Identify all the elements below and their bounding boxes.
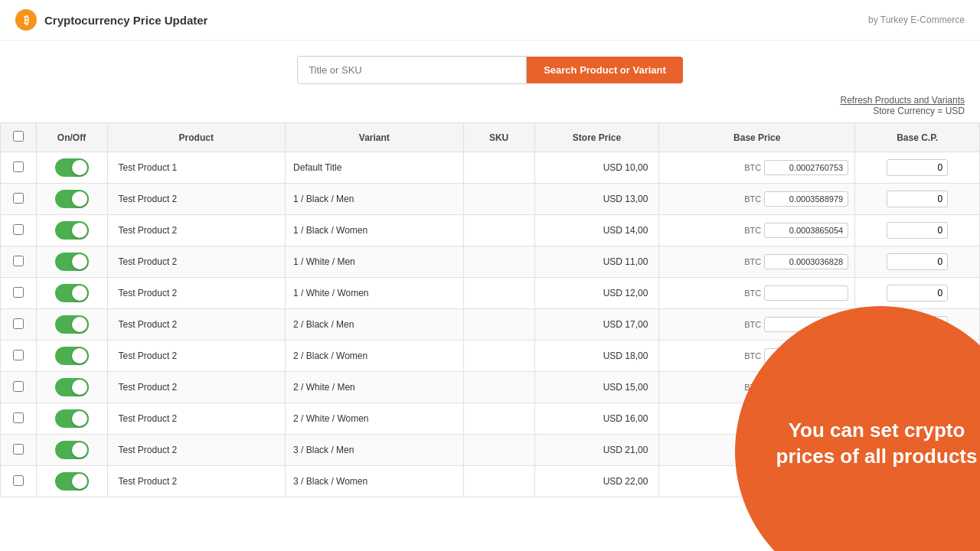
row-base-price-cell: BTC <box>659 341 855 372</box>
row-sku <box>463 309 534 341</box>
row-toggle-cell <box>36 466 107 497</box>
table-row: Test Product 2 3 / Black / Women USD 22,… <box>1 466 980 497</box>
row-btc-value-input[interactable] <box>764 254 848 269</box>
refresh-link[interactable]: Refresh Products and Variants <box>840 95 965 106</box>
row-variant: 3 / Black / Men <box>286 435 464 466</box>
row-checkbox[interactable] <box>13 350 24 360</box>
row-checkbox[interactable] <box>13 318 24 329</box>
row-btc-value-input[interactable] <box>764 160 848 175</box>
table-body: Test Product 1 Default Title USD 10,00 B… <box>1 152 980 497</box>
row-product: Test Product 1 <box>107 152 286 184</box>
row-base-cp-input[interactable] <box>887 410 948 427</box>
row-base-price-cell: BTC <box>659 152 855 184</box>
row-checkbox[interactable] <box>13 412 24 423</box>
row-toggle[interactable] <box>55 158 89 177</box>
select-all-checkbox[interactable] <box>13 131 24 142</box>
row-checkbox[interactable] <box>13 256 24 266</box>
row-variant: Default Title <box>286 152 464 184</box>
row-toggle[interactable] <box>55 284 89 302</box>
row-btc-value-input[interactable] <box>764 442 848 458</box>
row-base-price-cell: BTC <box>659 466 855 497</box>
row-checkbox[interactable] <box>13 475 24 486</box>
row-checkbox[interactable] <box>13 381 24 392</box>
row-btc-label: BTC <box>744 351 761 360</box>
row-btc-value-input[interactable] <box>764 317 848 332</box>
row-base-price-cell: BTC <box>659 372 855 403</box>
row-base-cp-input[interactable] <box>887 316 948 333</box>
row-checkbox[interactable] <box>13 224 24 235</box>
table-row: Test Product 1 Default Title USD 10,00 B… <box>1 152 980 184</box>
app-title: Cryptocurrency Price Updater <box>44 14 207 27</box>
header-product: Product <box>107 123 286 152</box>
row-base-cp-input[interactable] <box>887 379 948 396</box>
row-base-cp-cell <box>855 466 980 497</box>
row-sku <box>463 215 534 246</box>
row-btc-value-input[interactable] <box>764 223 848 238</box>
row-toggle-cell <box>36 341 107 372</box>
row-base-cp-input[interactable] <box>887 285 948 302</box>
row-sku <box>463 435 534 466</box>
row-checkbox-cell <box>1 341 37 372</box>
search-input[interactable] <box>297 56 527 84</box>
row-toggle-cell <box>36 309 107 341</box>
row-toggle[interactable] <box>55 315 89 334</box>
row-toggle[interactable] <box>55 441 89 459</box>
row-toggle[interactable] <box>55 347 89 365</box>
row-base-cp-input[interactable] <box>887 347 948 364</box>
row-checkbox-cell <box>1 278 37 309</box>
row-store-price: USD 15,00 <box>534 372 659 403</box>
row-btc-label: BTC <box>744 477 761 486</box>
row-btc-label: BTC <box>744 289 761 298</box>
row-checkbox[interactable] <box>13 161 24 172</box>
row-toggle[interactable] <box>55 221 89 240</box>
header-byline: by Turkey E-Commerce <box>868 15 965 25</box>
row-sku <box>463 403 534 435</box>
row-checkbox-cell <box>1 215 37 246</box>
refresh-area: Refresh Products and Variants Store Curr… <box>0 92 980 122</box>
row-store-price: USD 22,00 <box>534 466 659 497</box>
row-btc-value-input[interactable] <box>764 411 848 426</box>
row-base-price-cell: BTC <box>659 309 855 341</box>
row-variant: 2 / Black / Men <box>286 309 464 341</box>
row-toggle[interactable] <box>55 190 89 208</box>
table-row: Test Product 2 2 / White / Men USD 15,00… <box>1 372 980 403</box>
products-table-wrapper: On/Off Product Variant SKU Store Price B… <box>0 122 980 497</box>
row-toggle[interactable] <box>55 472 89 491</box>
row-btc-label: BTC <box>744 163 761 172</box>
row-base-cp-cell <box>855 152 980 184</box>
row-checkbox[interactable] <box>13 193 24 204</box>
row-base-cp-input[interactable] <box>887 442 948 458</box>
row-btc-value-input[interactable] <box>764 191 848 207</box>
row-base-cp-input[interactable] <box>887 222 948 239</box>
row-toggle[interactable] <box>55 409 89 428</box>
row-checkbox[interactable] <box>13 444 24 455</box>
row-base-cp-input[interactable] <box>887 473 948 490</box>
row-toggle[interactable] <box>55 378 89 396</box>
row-base-cp-input[interactable] <box>887 253 948 270</box>
row-toggle-cell <box>36 184 107 215</box>
row-checkbox[interactable] <box>13 287 24 298</box>
row-product: Test Product 2 <box>107 435 286 466</box>
header-store-price: Store Price <box>534 123 659 152</box>
row-store-price: USD 12,00 <box>534 278 659 309</box>
row-btc-label: BTC <box>744 257 761 266</box>
row-sku <box>463 152 534 184</box>
row-btc-value-input[interactable] <box>764 285 848 301</box>
header-base-price: Base Price <box>659 123 855 152</box>
row-base-cp-input[interactable] <box>887 159 948 176</box>
table-header-row: On/Off Product Variant SKU Store Price B… <box>1 123 980 152</box>
row-toggle-cell <box>36 152 107 184</box>
row-base-cp-cell <box>855 372 980 403</box>
row-product: Test Product 2 <box>107 341 286 372</box>
header-left: ₿ Cryptocurrency Price Updater <box>15 9 207 31</box>
row-btc-value-input[interactable] <box>764 380 848 395</box>
search-button[interactable]: Search Product or Variant <box>527 57 683 83</box>
row-sku <box>463 341 534 372</box>
table-row: Test Product 2 1 / White / Women USD 12,… <box>1 278 980 309</box>
table-row: Test Product 2 1 / Black / Men USD 13,00… <box>1 184 980 215</box>
row-base-cp-cell <box>855 278 980 309</box>
row-toggle[interactable] <box>55 253 89 271</box>
row-btc-value-input[interactable] <box>764 348 848 364</box>
row-btc-value-input[interactable] <box>764 474 848 489</box>
row-base-cp-input[interactable] <box>887 191 948 207</box>
